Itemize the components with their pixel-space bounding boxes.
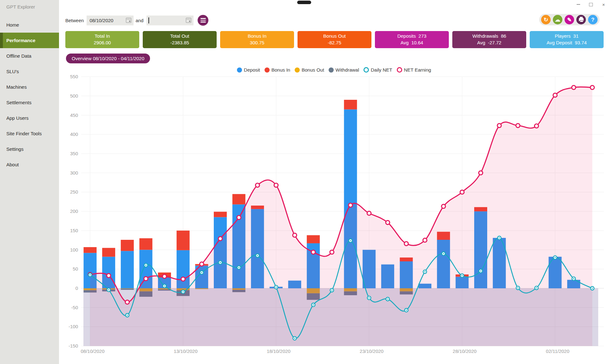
x-axis-label: 13/10/2020 [174,348,198,354]
card-value: Avg 10.64 [375,40,449,46]
net-earning-point [404,242,409,246]
daily-net-point-dot [89,274,91,276]
minimize-icon[interactable] [575,2,581,7]
card-value: Avg Deposit 93.74 [530,40,604,46]
window-drag-handle[interactable] [297,1,311,4]
legend-swatch [363,67,369,73]
card-value: -82.75 [298,40,371,46]
daily-net-point-dot [350,240,351,241]
bonus-in-bar [214,212,227,217]
hamburger-menu-icon[interactable] [198,15,208,26]
date-filter-bar: Between 08/10/2020 and [65,15,208,26]
maximize-icon[interactable] [588,2,594,7]
sidebar: GPT Explorer HomePerformanceOffline Data… [0,0,59,364]
daily-net-point-dot [257,255,258,256]
net-earning-point [237,215,241,220]
net-earning-point [423,238,427,242]
overview-badge: Overview 08/10/2020 - 04/11/2020 [66,54,150,63]
print-icon[interactable] [576,15,586,24]
card-deposits[interactable]: Deposits 273Avg 10.64 [375,31,449,48]
legend-item-net-earning[interactable]: NET Earning [397,67,431,73]
y-axis-label: 0 [75,285,78,291]
bonus-in-bar [307,235,320,243]
card-title: Withdrawals 86 [452,33,526,39]
net-earning-point [497,124,501,128]
net-earning-point [293,233,297,237]
sidebar-item-offline-data[interactable]: Offline Data [0,48,59,64]
y-axis-label: 350 [70,151,78,156]
legend-label: Daily NET [371,67,392,73]
sidebar-item-app-users[interactable]: App Users [0,110,59,126]
sidebar-item-performance[interactable]: Performance [0,33,59,48]
legend-item-withdrawal[interactable]: Withdrawal [329,67,359,73]
legend-item-daily-net[interactable]: Daily NET [363,67,392,73]
sidebar-item-settings[interactable]: Settings [0,141,59,157]
y-axis-label: -50 [71,305,78,310]
daily-net-point-dot [127,315,128,316]
and-label: and [135,18,143,23]
card-value: 300.75 [220,40,294,46]
daily-net-point-dot [108,289,109,291]
net-earning-point [181,277,185,281]
daily-net-point-dot [201,272,202,273]
refresh-icon[interactable]: ↻ [541,15,551,24]
net-earning-point [330,250,334,254]
legend-swatch [265,67,270,73]
y-axis-label: 500 [70,93,78,99]
bonus-in-bar [344,100,357,109]
x-axis-label: 28/10/2020 [453,348,476,354]
card-withdrawals[interactable]: Withdrawals 86Avg -27.72 [452,31,526,48]
calendar-icon[interactable] [126,18,131,23]
card-value: -2383.85 [143,40,217,46]
card-total-in[interactable]: Total In2906.00 [65,31,139,48]
help-icon[interactable]: ? [588,15,598,24]
text-caret [148,17,149,23]
sidebar-item-machines[interactable]: Machines [0,79,59,95]
legend-label: Bonus In [272,67,290,73]
date-from-input[interactable]: 08/10/2020 [87,16,134,25]
daily-net-point-dot [294,338,295,339]
daily-net-point-dot [182,291,184,292]
y-axis-label: -150 [69,343,78,348]
close-icon[interactable]: × [601,2,606,7]
calendar-icon[interactable] [186,18,191,23]
card-bonus-out[interactable]: Bonus Out-82.75 [298,31,371,48]
sidebar-item-about[interactable]: About [0,157,59,172]
card-players[interactable]: Players 31Avg Deposit 93.74 [530,31,604,48]
edit-export-icon[interactable]: ✎ [565,15,574,24]
legend-item-bonus-out[interactable]: Bonus Out [295,67,324,73]
daily-net-point-dot [369,297,370,299]
date-to-input[interactable] [147,16,193,25]
daily-net-point-dot [331,290,333,291]
y-axis-label: 50 [73,266,78,271]
bonus-in-bar [84,247,97,253]
y-axis-label: 200 [70,208,78,214]
net-earning-point [125,300,129,304]
x-axis-label: 23/10/2020 [360,348,383,354]
net-earning-point [162,274,167,278]
legend-item-deposit[interactable]: Deposit [237,67,260,73]
cloud-download-icon[interactable]: ☁ [553,15,562,24]
net-earning-point [107,274,111,278]
legend-item-bonus-in[interactable]: Bonus In [265,67,290,73]
card-total-out[interactable]: Total Out-2383.85 [143,31,217,48]
sidebar-item-settlements[interactable]: Settlements [0,95,59,110]
net-earning-point [572,86,576,90]
sidebar-item-home[interactable]: Home [0,17,59,33]
net-earning-point [534,124,539,128]
legend-label: Deposit [244,67,260,73]
net-earning-point [274,183,278,187]
daily-net-point-dot [406,310,407,311]
x-axis-label: 02/11/2020 [546,348,569,354]
sidebar-item-site-finder-tools[interactable]: Site Finder Tools [0,126,59,141]
deposit-bar [121,251,134,288]
net-earning-point [218,237,222,241]
daily-net-point-dot [164,285,165,287]
below-zero-overlay [83,288,598,346]
net-earning-point [553,93,557,97]
net-earning-point [386,220,390,225]
card-bonus-in[interactable]: Bonus In300.75 [220,31,294,48]
net-earning-point [479,171,483,175]
sidebar-item-slu-s[interactable]: SLU's [0,64,59,79]
net-earning-point [590,86,594,90]
